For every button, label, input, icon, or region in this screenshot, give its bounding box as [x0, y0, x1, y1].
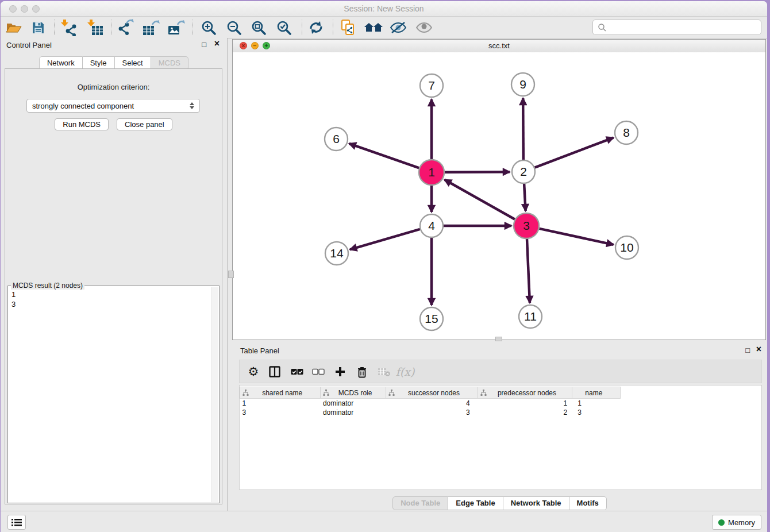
cell-name[interactable]: 1	[572, 399, 620, 408]
create-column-icon[interactable]	[331, 363, 349, 381]
optimization-criterion-label: Optimization criterion:	[5, 83, 222, 91]
column-type-icon	[323, 390, 329, 396]
control-panel-title: Control Panel	[6, 41, 52, 49]
float-panel-icon[interactable]: □	[202, 41, 206, 49]
graph-node-label-2: 2	[520, 165, 527, 178]
hide-selected-icon[interactable]	[388, 18, 408, 37]
cell-successor-nodes[interactable]: 3	[386, 408, 478, 417]
home-icon[interactable]	[364, 18, 383, 37]
export-table-icon[interactable]	[141, 18, 161, 37]
column-header-shared-name[interactable]: shared name	[240, 387, 321, 399]
open-session-icon[interactable]	[4, 18, 24, 37]
mcds-result-box: MCDS result (2 nodes) 1 3	[7, 286, 220, 503]
application-window: Session: New Session	[1, 1, 767, 532]
tab-edge-table[interactable]: Edge Table	[448, 496, 503, 510]
function-builder-icon: f(x)	[396, 363, 414, 381]
splitter-handle-vertical[interactable]	[228, 271, 234, 278]
cell-shared-name[interactable]: 1	[240, 399, 321, 408]
save-session-icon[interactable]	[28, 18, 48, 37]
delete-columns-icon[interactable]	[353, 363, 371, 381]
column-type-icon	[242, 390, 249, 396]
result-scrollbar[interactable]	[211, 287, 218, 502]
window-titlebar: Session: New Session	[1, 1, 767, 17]
import-network-icon[interactable]	[59, 18, 78, 37]
graph-edge-2-8[interactable]	[535, 138, 614, 168]
main-toolbar	[1, 17, 767, 38]
deselect-all-columns-icon[interactable]	[309, 363, 328, 381]
delete-table-icon[interactable]	[375, 363, 393, 381]
graph-edge-3-1[interactable]	[445, 180, 515, 219]
tab-network-table[interactable]: Network Table	[503, 496, 569, 510]
graph-node-label-9: 9	[519, 78, 526, 91]
optimization-select[interactable]: strongly connected component	[26, 99, 200, 113]
cell-mcds-role[interactable]: dominator	[321, 399, 386, 408]
cell-predecessor-nodes[interactable]: 1	[478, 399, 572, 408]
table-row[interactable]: 1 dominator 4 1 1	[240, 399, 621, 408]
export-image-icon[interactable]	[167, 18, 186, 37]
graph-node-label-14: 14	[330, 246, 344, 260]
toolbar-separator	[192, 20, 193, 35]
search-input[interactable]	[609, 22, 761, 32]
graph-node-label-1: 1	[428, 165, 435, 179]
zoom-in-icon[interactable]	[199, 18, 218, 37]
column-header-predecessor-nodes[interactable]: predecessor nodes	[478, 387, 572, 399]
menu-list-button[interactable]	[7, 515, 26, 530]
graph-edge-1-6[interactable]	[349, 144, 419, 168]
import-table-icon[interactable]	[85, 18, 105, 37]
graph-edge-3-11[interactable]	[527, 239, 530, 303]
tab-node-table[interactable]: Node Table	[392, 496, 448, 510]
refresh-view-icon[interactable]	[306, 18, 326, 37]
mcds-result-line: 1	[11, 290, 215, 299]
graph-edge-2-3[interactable]	[524, 184, 526, 211]
run-mcds-button[interactable]: Run MCDS	[55, 118, 109, 130]
mcds-tab-content: Optimization criterion: strongly connect…	[5, 68, 222, 504]
mcds-result-title: MCDS result (2 nodes)	[11, 282, 84, 290]
network-canvas[interactable]: 1234678910111415	[233, 52, 765, 340]
zoom-selected-icon[interactable]	[274, 18, 294, 37]
graph-node-label-15: 15	[425, 312, 438, 325]
close-panel-button[interactable]: Close panel	[117, 118, 172, 130]
optimization-select-value: strongly connected component	[32, 102, 134, 110]
memory-button[interactable]: Memory	[712, 515, 761, 530]
graph-node-label-11: 11	[524, 310, 537, 323]
graph-edge-2-9[interactable]	[523, 98, 523, 160]
toolbar-separator	[111, 20, 111, 35]
splitter-handle-horizontal[interactable]	[495, 337, 502, 341]
close-table-panel-icon[interactable]: ×	[756, 345, 761, 353]
close-panel-icon[interactable]: ×	[214, 40, 220, 48]
show-columns-icon[interactable]	[265, 363, 284, 381]
graph-edge-1-2[interactable]	[445, 172, 510, 172]
float-table-panel-icon[interactable]: □	[745, 346, 750, 354]
table-panel: Table Panel □ × ⚙ f(x)	[232, 344, 767, 511]
cell-mcds-role[interactable]: dominator	[321, 408, 386, 417]
column-header-mcds-role[interactable]: MCDS role	[321, 387, 386, 399]
table-settings-icon[interactable]: ⚙	[244, 363, 263, 381]
column-header-successor-nodes[interactable]: successor nodes	[386, 387, 478, 399]
network-view-titlebar[interactable]: × − + scc.txt	[233, 40, 765, 53]
zoom-out-icon[interactable]	[224, 18, 244, 37]
mcds-result-line: 3	[11, 299, 215, 309]
select-all-columns-icon[interactable]	[288, 363, 306, 381]
control-panel: Control Panel □ × Network Style Select M…	[1, 38, 228, 511]
graph-node-label-4: 4	[428, 219, 435, 232]
select-stepper-icon	[190, 102, 194, 109]
cell-name[interactable]: 3	[572, 408, 620, 417]
column-header-name[interactable]: name	[572, 387, 620, 399]
graph-node-label-8: 8	[623, 126, 630, 139]
graph-edge-3-10[interactable]	[539, 229, 613, 245]
duplicate-network-icon[interactable]	[338, 18, 358, 37]
column-type-icon	[388, 390, 395, 396]
tab-motifs[interactable]: Motifs	[569, 496, 607, 510]
memory-status-icon	[718, 519, 725, 526]
table-toolbar: ⚙ f(x)	[239, 360, 762, 383]
cell-successor-nodes[interactable]: 4	[386, 399, 478, 408]
export-network-icon[interactable]	[116, 18, 136, 37]
graph-edge-4-14[interactable]	[350, 229, 420, 249]
cell-predecessor-nodes[interactable]: 2	[478, 408, 572, 417]
cell-shared-name[interactable]: 3	[240, 408, 321, 417]
show-all-icon[interactable]	[414, 18, 434, 37]
network-graph: 1234678910111415	[233, 52, 765, 340]
node-table: shared name MCDS role successor nodes pr…	[239, 385, 762, 490]
zoom-fit-icon[interactable]	[249, 18, 268, 37]
table-row[interactable]: 3 dominator 3 2 3	[240, 408, 621, 417]
